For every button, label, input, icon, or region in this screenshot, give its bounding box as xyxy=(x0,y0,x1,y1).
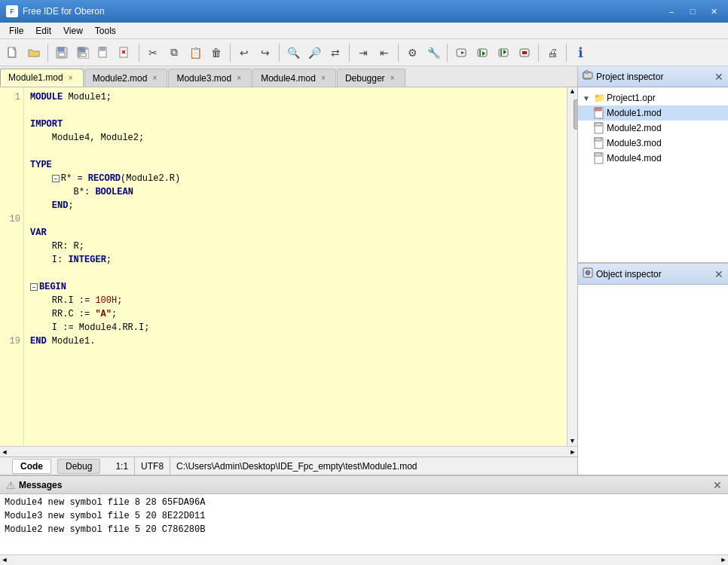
svg-rect-32 xyxy=(595,138,601,141)
code-editor[interactable]: 1 10 19 MOD xyxy=(0,87,577,446)
toolbar: ✂ ⧉ 📋 🗑 ↩ ↪ 🔍 🔎 ⇄ ⇥ ⇤ ⚙ 🔧 🖨 ℹ xyxy=(0,39,728,66)
open-file-button[interactable] xyxy=(24,43,44,63)
toolbar-sep-8 xyxy=(538,44,539,62)
tab-label: Debugger xyxy=(345,73,385,84)
paste-button[interactable]: 📋 xyxy=(185,43,205,63)
find-button[interactable]: 🔍 xyxy=(283,43,303,63)
tree-module2[interactable]: Module2.mod xyxy=(578,121,728,136)
run-button[interactable]: 🔧 xyxy=(424,43,443,63)
editor-panel: Module1.mod × Module2.mod × Module3.mod … xyxy=(0,66,577,475)
stop-button[interactable] xyxy=(515,43,534,63)
delete-button[interactable]: 🗑 xyxy=(206,43,226,63)
reload-button[interactable] xyxy=(94,43,114,63)
redo-button[interactable]: ↪ xyxy=(255,43,275,63)
object-inspector-icon xyxy=(583,267,593,280)
step-out-button[interactable] xyxy=(494,43,513,63)
svg-rect-11 xyxy=(81,53,86,56)
tree-project-root[interactable]: ▼ 📁 Project1.opr xyxy=(578,90,728,105)
step-over-button[interactable] xyxy=(451,43,471,63)
toolbar-sep-2 xyxy=(139,44,139,62)
unindent-button[interactable]: ⇤ xyxy=(375,43,394,63)
messages-hscrollbar[interactable]: ◄ ► xyxy=(0,554,728,565)
tab-close-debugger[interactable]: × xyxy=(388,74,397,83)
right-panel: Project inspector ✕ ▼ 📁 Project1.opr Mod… xyxy=(577,66,728,475)
app-title: Free IDE for Oberon xyxy=(23,6,659,17)
project-inspector-close[interactable]: ✕ xyxy=(714,71,723,83)
svg-rect-34 xyxy=(595,153,601,156)
save-button[interactable] xyxy=(52,43,72,63)
step-into-button[interactable] xyxy=(473,43,492,63)
tab-debugger[interactable]: Debugger × xyxy=(337,69,405,87)
msg-line-1: Module4 new symbol file 8 28 65FDA96A xyxy=(5,496,723,509)
svg-rect-30 xyxy=(595,123,601,126)
tree-module4[interactable]: Module4.mod xyxy=(578,151,728,166)
tree-label-module1: Module1.mod xyxy=(607,108,662,118)
svg-rect-10 xyxy=(80,49,85,52)
file-icon-module2 xyxy=(593,122,605,134)
tree-module1[interactable]: Module1.mod xyxy=(578,105,728,121)
tabs-bar: Module1.mod × Module2.mod × Module3.mod … xyxy=(0,66,577,87)
minimize-button[interactable]: – xyxy=(663,5,680,18)
toolbar-sep-3 xyxy=(230,44,231,62)
svg-rect-26 xyxy=(585,71,589,73)
status-bar: Code Debug 1:1 UTF8 C:\Users\Admin\Deskt… xyxy=(0,457,577,475)
menu-tools[interactable]: Tools xyxy=(89,24,122,38)
svg-rect-13 xyxy=(100,47,105,50)
cut-button[interactable]: ✂ xyxy=(143,43,163,63)
msg-line-2: Module3 new symbol file 5 20 8E22D011 xyxy=(5,509,723,523)
object-inspector-content xyxy=(578,285,728,475)
build-button[interactable]: ⚙ xyxy=(402,43,422,63)
status-encoding: UTF8 xyxy=(135,457,170,475)
tab-module1[interactable]: Module1.mod × xyxy=(0,69,84,87)
messages-content: Module4 new symbol file 8 28 65FDA96A Mo… xyxy=(0,494,728,554)
maximize-button[interactable]: □ xyxy=(684,5,701,18)
debug-tab-button[interactable]: Debug xyxy=(57,459,100,474)
indent-button[interactable]: ⇥ xyxy=(353,43,373,63)
menu-edit[interactable]: Edit xyxy=(29,24,57,38)
menu-view[interactable]: View xyxy=(57,24,89,38)
project-inspector-title: Project inspector xyxy=(596,72,711,82)
tab-label: Module3.mod xyxy=(176,73,231,84)
print-button[interactable]: 🖨 xyxy=(543,43,562,63)
tree-label-module2: Module2.mod xyxy=(607,123,662,133)
warning-icon: ⚠ xyxy=(6,479,16,491)
object-inspector: Object inspector ✕ xyxy=(578,264,728,475)
messages-title: Messages xyxy=(19,480,713,490)
status-position: 1:1 xyxy=(109,457,135,475)
messages-close[interactable]: ✕ xyxy=(713,479,722,491)
copy-button[interactable]: ⧉ xyxy=(164,43,184,63)
tab-label: Module1.mod xyxy=(8,72,63,83)
app-icon: F xyxy=(6,5,18,17)
project-inspector: Project inspector ✕ ▼ 📁 Project1.opr Mod… xyxy=(578,66,728,264)
close-file-button[interactable] xyxy=(115,43,135,63)
status-tabs: Code Debug xyxy=(6,457,109,475)
editor-hscrollbar[interactable]: ◄ ► xyxy=(0,446,577,457)
save-all-button[interactable] xyxy=(73,43,93,63)
messages-panel: ⚠ Messages ✕ Module4 new symbol file 8 2… xyxy=(0,475,728,565)
toolbar-sep-5 xyxy=(349,44,350,62)
info-button[interactable]: ℹ xyxy=(570,43,590,63)
replace-button[interactable]: ⇄ xyxy=(326,43,345,63)
find-next-button[interactable]: 🔎 xyxy=(304,43,324,63)
editor-vscrollbar[interactable]: ▲ ▼ xyxy=(567,87,577,446)
object-inspector-close[interactable]: ✕ xyxy=(714,268,723,280)
code-text[interactable]: MODULE Module1; IMPORT Module4, Module2;… xyxy=(24,87,567,446)
code-tab-button[interactable]: Code xyxy=(12,459,51,474)
tab-close-module1[interactable]: × xyxy=(66,73,75,82)
menu-bar: File Edit View Tools xyxy=(0,23,728,39)
tab-close-module2[interactable]: × xyxy=(150,74,159,83)
tab-close-module3[interactable]: × xyxy=(234,74,243,83)
new-file-button[interactable] xyxy=(3,43,23,63)
tree-module3[interactable]: Module3.mod xyxy=(578,136,728,151)
tab-label: Module2.mod xyxy=(93,73,148,84)
tab-close-module4[interactable]: × xyxy=(319,74,328,83)
tab-module2[interactable]: Module2.mod × xyxy=(84,69,168,87)
toolbar-sep-9 xyxy=(566,44,567,62)
undo-button[interactable]: ↩ xyxy=(234,43,254,63)
tab-module4[interactable]: Module4.mod × xyxy=(252,69,336,87)
tree-expand-icon[interactable]: ▼ xyxy=(581,93,592,103)
close-button[interactable]: ✕ xyxy=(705,5,722,18)
menu-file[interactable]: File xyxy=(3,24,29,38)
tab-module3[interactable]: Module3.mod × xyxy=(168,69,252,87)
svg-point-36 xyxy=(586,270,590,275)
